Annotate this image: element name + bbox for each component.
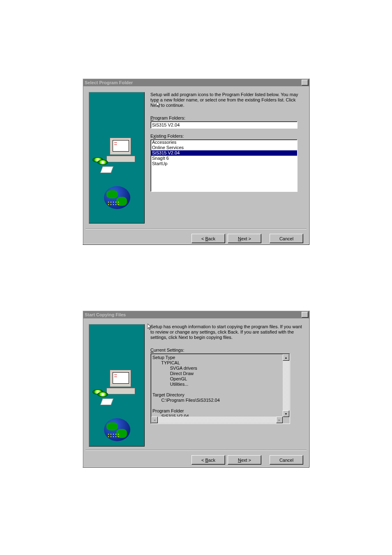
button-row: < Back Next > Cancel bbox=[85, 450, 307, 470]
cancel-button[interactable]: Cancel bbox=[270, 455, 303, 465]
select-program-folder-dialog: Select Program Folder ✕ ▪▪▪▪▪▪ Setup wil… bbox=[83, 78, 309, 245]
list-item[interactable]: SiS315 V2.04 bbox=[151, 150, 297, 156]
back-button[interactable]: < Back bbox=[191, 455, 225, 465]
list-item[interactable]: Online Services bbox=[151, 145, 297, 150]
list-item[interactable]: SnagIt 6 bbox=[151, 156, 297, 161]
current-settings-label: Current Settings: bbox=[150, 348, 303, 352]
existing-folders-label: Existing Folders: bbox=[150, 134, 303, 138]
instruction-text: Setup will add program icons to the Prog… bbox=[150, 92, 303, 108]
content-area: Setup has enough information to start co… bbox=[145, 324, 303, 447]
next-button[interactable]: Next > bbox=[228, 455, 261, 465]
close-button[interactable]: ✕ bbox=[302, 80, 308, 85]
cancel-button[interactable]: Cancel bbox=[270, 234, 303, 243]
settings-text: Setup Type TYPICAL SVGA drivers Direct D… bbox=[151, 354, 290, 417]
scroll-up-button[interactable]: ▲ bbox=[283, 354, 289, 361]
instruction-text: Setup has enough information to start co… bbox=[150, 324, 303, 340]
scroll-right-button[interactable]: ► bbox=[276, 417, 283, 423]
wizard-image: ▪▪▪▪▪▪ bbox=[89, 324, 145, 447]
dialog-title: Start Copying Files bbox=[84, 312, 126, 317]
vertical-scrollbar[interactable]: ▲ ▼ bbox=[283, 354, 289, 417]
back-button[interactable]: < Back bbox=[191, 234, 225, 243]
computer-graphic: ▪▪▪▪▪▪ bbox=[106, 138, 135, 162]
wizard-image: ▪▪▪▪▪▪ bbox=[89, 92, 145, 223]
dialog-body: ▪▪▪▪▪▪ Setup has enough information to s… bbox=[83, 318, 309, 447]
mouse-cursor-icon bbox=[157, 101, 161, 108]
scroll-left-button[interactable]: ◄ bbox=[151, 417, 158, 423]
globe-graphic bbox=[104, 186, 130, 209]
existing-folders-listbox[interactable]: Accessories Online Services SiS315 V2.04… bbox=[150, 139, 297, 192]
current-settings-box: Setup Type TYPICAL SVGA drivers Direct D… bbox=[150, 353, 290, 424]
computer-graphic: ▪▪▪▪▪▪ bbox=[106, 370, 135, 394]
list-item[interactable]: StartUp bbox=[151, 161, 297, 166]
start-copying-files-dialog: Start Copying Files ✕ ▪▪▪▪▪▪ Setup has e… bbox=[83, 311, 309, 467]
dialog-title: Select Program Folder bbox=[84, 80, 133, 85]
globe-graphic bbox=[104, 418, 130, 441]
close-button[interactable]: ✕ bbox=[302, 312, 308, 318]
list-item[interactable]: Accessories bbox=[151, 140, 297, 145]
dialog-body: ▪▪▪▪▪▪ Setup will add program icons to t… bbox=[83, 86, 309, 223]
titlebar: Start Copying Files ✕ bbox=[83, 311, 309, 318]
program-folders-input[interactable] bbox=[150, 121, 297, 129]
mouse-cursor-icon bbox=[148, 324, 152, 330]
button-row: < Back Next > Cancel bbox=[85, 228, 307, 248]
program-folders-label: Program Folders: bbox=[150, 115, 303, 120]
content-area: Setup will add program icons to the Prog… bbox=[145, 92, 303, 223]
next-button[interactable]: Next > bbox=[228, 234, 261, 243]
horizontal-scrollbar[interactable]: ◄ ► bbox=[151, 417, 283, 423]
titlebar: Select Program Folder ✕ bbox=[83, 79, 309, 86]
scroll-down-button[interactable]: ▼ bbox=[283, 410, 289, 417]
